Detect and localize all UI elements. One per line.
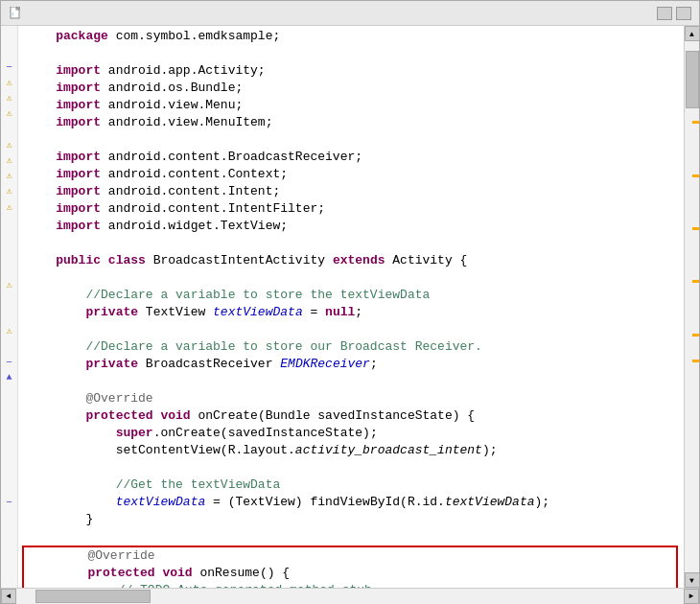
code-line — [22, 235, 684, 252]
code-line: super.onCreate(savedInstanceState); — [22, 425, 684, 442]
title-bar: J — [1, 1, 699, 26]
scroll-right-arrow[interactable]: ► — [684, 589, 699, 604]
warning-icon: ⚠ — [6, 185, 12, 197]
gutter-line — [1, 416, 18, 431]
gutter-line: ⚠ — [1, 90, 18, 105]
warning-icon: ⚠ — [6, 325, 12, 337]
gutter-line: ▲ — [1, 370, 18, 385]
code-line: import android.app.Activity; — [22, 62, 684, 80]
scroll-marker — [692, 174, 700, 177]
gutter-line — [1, 245, 18, 261]
gutter-line: ⚠ — [1, 168, 18, 183]
gutter-line — [1, 308, 18, 323]
scroll-marker — [692, 334, 700, 337]
gutter-line — [1, 432, 18, 448]
gutter-line — [1, 510, 18, 525]
scroll-thumb[interactable] — [686, 51, 699, 108]
code-line: //Declare a variable to store our Broadc… — [22, 338, 684, 356]
scroll-down-arrow[interactable]: ▼ — [685, 572, 700, 588]
gutter-line — [1, 215, 18, 230]
scroll-marker — [692, 121, 700, 124]
gutter-line — [1, 556, 18, 571]
h-scroll-track[interactable] — [16, 589, 684, 604]
minimize-button[interactable] — [657, 7, 672, 20]
gutter-line — [1, 541, 18, 556]
code-line: import android.content.Intent; — [22, 183, 684, 200]
gutter-line — [1, 43, 18, 58]
code-line: setContentView(R.layout.activity_broadca… — [22, 442, 684, 459]
warning-icon: ⚠ — [6, 77, 12, 88]
code-line: package com.symbol.emdksample; — [22, 28, 684, 45]
file-icon: J — [9, 6, 24, 21]
warning-icon: ⚠ — [6, 170, 12, 181]
code-line — [22, 459, 684, 476]
gutter-line: ⚠ — [1, 137, 18, 152]
gutter-line: − — [1, 58, 18, 74]
warning-icon: ⚠ — [6, 107, 12, 119]
gutter-line — [1, 28, 18, 43]
svg-text:J: J — [12, 12, 13, 16]
bottom-scrollbar[interactable]: ◄ ► — [1, 588, 699, 603]
code-line — [22, 45, 684, 62]
code-line — [22, 528, 684, 546]
gutter-line — [1, 478, 18, 494]
gutter-line — [1, 261, 18, 276]
code-line: @Override — [22, 390, 684, 407]
code-line: import android.view.MenuItem; — [22, 114, 684, 131]
code-line — [22, 131, 684, 149]
gutter-line — [1, 448, 18, 463]
code-editor[interactable]: package com.symbol.emdksample; import an… — [18, 26, 684, 588]
gutter-line — [1, 338, 18, 354]
scroll-track[interactable] — [685, 41, 700, 572]
maximize-button[interactable] — [676, 7, 691, 20]
code-line: private BroadcastReceiver EMDKReceiver; — [22, 356, 684, 373]
gutter-line — [1, 572, 18, 588]
code-line: public class BroadcastIntentActivity ext… — [22, 252, 684, 269]
editor-area: −⚠⚠⚠ ⚠⚠⚠⚠⚠ ⚠ ⚠ −▲ − package com.symbol.e… — [1, 26, 699, 588]
scroll-left-arrow[interactable]: ◄ — [1, 589, 16, 604]
warning-icon: ⚠ — [6, 92, 12, 104]
code-line: import android.content.IntentFilter; — [22, 200, 684, 218]
warning-icon: ⚠ — [6, 139, 12, 151]
code-line: private TextView textViewData = null; — [22, 304, 684, 321]
right-scrollbar[interactable]: ▲ ▼ — [684, 26, 699, 588]
warning-icon: ⚠ — [6, 201, 12, 213]
code-line: } — [22, 511, 684, 528]
gutter-line — [1, 525, 18, 541]
code-line — [22, 321, 684, 338]
gutter-line: ⚠ — [1, 105, 18, 121]
scroll-marker — [692, 280, 700, 283]
scroll-marker — [692, 227, 700, 230]
gutter-line: − — [1, 495, 18, 510]
code-line: //Declare a variable to store the textVi… — [22, 287, 684, 304]
gutter-line — [1, 121, 18, 136]
gutter-line: ⚠ — [1, 277, 18, 292]
main-window: J −⚠⚠⚠ ⚠⚠⚠⚠⚠ ⚠ ⚠ −▲ − package com.symbol… — [0, 0, 700, 604]
gutter-line — [1, 385, 18, 401]
gutter-line: ⚠ — [1, 198, 18, 214]
scroll-marker — [692, 360, 700, 362]
code-line: import android.content.BroadcastReceiver… — [22, 149, 684, 166]
gutter-line: ⚠ — [1, 183, 18, 198]
left-gutter: −⚠⚠⚠ ⚠⚠⚠⚠⚠ ⚠ ⚠ −▲ − — [1, 26, 18, 588]
code-line: import android.view.Menu; — [22, 97, 684, 114]
window-controls — [657, 7, 691, 20]
gutter-line — [1, 463, 18, 478]
code-line: //Get the textViewData — [22, 476, 684, 494]
gutter-line: − — [1, 355, 18, 370]
gutter-line — [1, 230, 18, 245]
gutter-line: ⚠ — [1, 323, 18, 338]
code-line: protected void onCreate(Bundle savedInst… — [22, 407, 684, 425]
code-line: textViewData = (TextView) findViewById(R… — [22, 494, 684, 511]
warning-icon: ⚠ — [6, 154, 12, 166]
gutter-line: ⚠ — [1, 152, 18, 168]
arrow-up-icon: ▲ — [6, 372, 12, 383]
gutter-line — [1, 401, 18, 416]
warning-icon: ⚠ — [6, 279, 12, 290]
gutter-line: ⚠ — [1, 75, 18, 90]
code-line-red: protected void onResume() { — [24, 565, 676, 582]
code-line — [22, 269, 684, 287]
code-line: import android.os.Bundle; — [22, 80, 684, 97]
scroll-up-arrow[interactable]: ▲ — [685, 26, 700, 41]
h-scroll-thumb[interactable] — [35, 590, 151, 603]
